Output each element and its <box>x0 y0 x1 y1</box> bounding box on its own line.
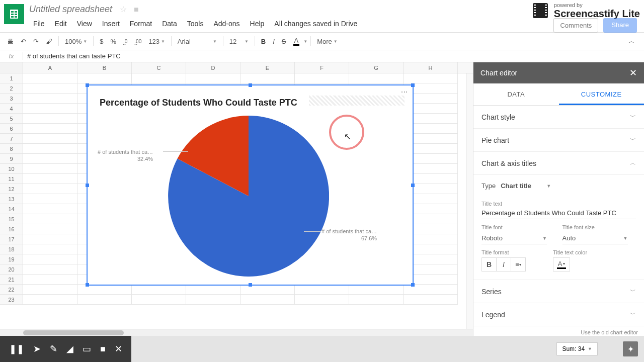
chevron-up-icon: ︿ <box>630 159 636 167</box>
zoom-dropdown[interactable]: 100%▼ <box>62 36 90 47</box>
format-bold-button[interactable]: B <box>481 257 497 272</box>
cursor-icon: ↖ <box>344 132 351 141</box>
rectangle-icon[interactable]: ▭ <box>83 343 91 354</box>
vertical-scrollbar[interactable] <box>466 73 473 329</box>
menu-addons[interactable]: Add-ons <box>208 18 245 30</box>
text-color-button[interactable]: A <box>290 35 303 48</box>
pointer-icon[interactable]: ➤ <box>33 343 41 354</box>
menu-tools[interactable]: Tools <box>182 18 209 30</box>
close-recording-icon[interactable]: ✕ <box>115 343 122 354</box>
currency-button[interactable]: $ <box>97 36 106 47</box>
chart-title[interactable]: Percentage of Students Who Could Taste P… <box>100 98 297 108</box>
pause-icon[interactable]: ❚❚ <box>9 343 24 354</box>
chevron-down-icon: ﹀ <box>630 310 636 319</box>
svg-rect-6 <box>15 16 17 18</box>
more-button[interactable]: More▼ <box>314 36 341 47</box>
star-icon[interactable]: ☆ <box>120 5 127 14</box>
section-pie-chart[interactable]: Pie chart﹀ <box>473 129 644 152</box>
menu-insert[interactable]: Insert <box>97 18 125 30</box>
explore-button[interactable]: ✦ <box>623 341 638 356</box>
pen-icon[interactable]: ✎ <box>50 343 57 354</box>
chevron-down-icon: ﹀ <box>630 136 636 144</box>
increase-decimal-button[interactable]: .00→ <box>131 37 144 46</box>
svg-rect-1 <box>11 11 14 13</box>
paint-format-icon[interactable]: 🖌 <box>43 36 55 47</box>
format-italic-button[interactable]: I <box>496 257 511 272</box>
redo-icon[interactable]: ↷ <box>30 36 42 47</box>
title-font-label: Title font <box>481 224 555 230</box>
italic-button[interactable]: I <box>270 36 278 47</box>
collapse-toolbar-icon[interactable]: ︿ <box>623 35 640 48</box>
svg-rect-5 <box>11 16 14 18</box>
embedded-chart[interactable]: ⋮ Percentage of Students Who Could Taste… <box>87 84 414 286</box>
leader-line <box>304 231 321 232</box>
camera-icon[interactable]: ■ <box>100 344 106 354</box>
leader-line <box>163 151 188 152</box>
bold-button[interactable]: B <box>258 36 269 47</box>
title-type-dropdown[interactable]: Chart title▼ <box>501 180 551 192</box>
format-align-button[interactable]: ≡▾ <box>511 257 526 272</box>
section-series[interactable]: Series﹀ <box>473 280 644 303</box>
spreadsheet-grid[interactable]: ABCDEFGH 1234567891011121314151617181920… <box>0 62 473 336</box>
section-legend[interactable]: Legend﹀ <box>473 303 644 326</box>
eraser-icon[interactable]: ◢ <box>66 343 73 354</box>
undo-icon[interactable]: ↶ <box>18 36 29 47</box>
percent-button[interactable]: % <box>107 36 119 47</box>
font-size-dropdown[interactable]: 12▼ <box>226 36 252 47</box>
formula-input[interactable]: # of students that can taste PTC <box>23 52 125 60</box>
title-text-label: Title text <box>481 201 502 207</box>
title-text-input[interactable] <box>481 207 636 219</box>
tab-customize[interactable]: CUSTOMIZE <box>559 83 645 105</box>
title-font-dropdown[interactable]: Roboto▼ <box>481 232 547 244</box>
menu-view[interactable]: View <box>72 18 97 30</box>
top-right-controls: powered by Screencastify Lite <box>533 2 640 19</box>
title-size-label: Title font size <box>562 224 636 230</box>
type-label: Type <box>481 182 496 190</box>
menu-bar: File Edit View Insert Format Data Tools … <box>28 18 644 30</box>
menu-data[interactable]: Data <box>157 18 182 30</box>
svg-rect-3 <box>11 14 14 15</box>
pie-label-1: # of students that ca… 67.6% <box>321 228 377 242</box>
menu-format[interactable]: Format <box>125 18 157 30</box>
svg-rect-4 <box>15 14 17 15</box>
branding: powered by Screencastify Lite <box>554 2 640 19</box>
menu-edit[interactable]: Edit <box>50 18 72 30</box>
title-format-label: Title format <box>481 249 526 255</box>
folder-icon[interactable]: ■ <box>134 5 139 14</box>
menu-help[interactable]: Help <box>245 18 270 30</box>
toolbar: 🖶 ↶ ↷ 🖌 100%▼ $ % .0← .00→ 123▼ Arial▼ 1… <box>0 32 644 50</box>
share-button[interactable]: Share <box>603 18 637 33</box>
title-color-button[interactable]: A▾ <box>553 257 570 272</box>
close-icon[interactable]: ✕ <box>629 67 637 78</box>
pie-label-2: # of students that ca… 32.4% <box>98 148 153 163</box>
strikethrough-button[interactable]: S <box>279 36 289 47</box>
font-dropdown[interactable]: Arial▼ <box>175 36 220 47</box>
document-title[interactable]: Untitled spreadsheet <box>28 3 112 16</box>
sheets-logo[interactable] <box>4 4 24 24</box>
section-chart-axis-titles[interactable]: Chart & axis titles︿ <box>473 152 644 175</box>
save-status: All changes saved in Drive <box>269 18 362 30</box>
chart-menu-icon[interactable]: ⋮ <box>400 88 409 95</box>
comments-button[interactable]: Comments <box>553 18 598 33</box>
bottom-bar: ❚❚ ➤ ✎ ◢ ▭ ■ ✕ Sum: 34▼ ✦ <box>0 336 644 362</box>
decrease-decimal-button[interactable]: .0← <box>120 37 130 46</box>
tab-data[interactable]: DATA <box>473 83 559 105</box>
chevron-down-icon: ﹀ <box>630 287 636 296</box>
pie-chart <box>168 116 329 277</box>
chevron-down-icon: ﹀ <box>630 113 636 121</box>
title-size-dropdown[interactable]: Auto▼ <box>562 232 628 244</box>
number-format-dropdown[interactable]: 123▼ <box>145 36 168 47</box>
menu-file[interactable]: File <box>28 18 50 30</box>
screencastify-icon <box>533 3 548 18</box>
title-color-label: Title text color <box>553 249 587 255</box>
title-edit-indicator <box>309 96 405 106</box>
svg-rect-2 <box>15 11 17 13</box>
sidebar-title: Chart editor <box>480 69 517 77</box>
recording-toolbar: ❚❚ ➤ ✎ ◢ ▭ ■ ✕ <box>0 336 131 362</box>
formula-bar: fx # of students that can taste PTC <box>0 50 644 62</box>
sum-indicator[interactable]: Sum: 34▼ <box>556 342 598 355</box>
print-icon[interactable]: 🖶 <box>4 36 17 47</box>
horizontal-scrollbar[interactable] <box>0 329 473 336</box>
fx-label: fx <box>0 52 23 60</box>
section-chart-style[interactable]: Chart style﹀ <box>473 106 644 129</box>
